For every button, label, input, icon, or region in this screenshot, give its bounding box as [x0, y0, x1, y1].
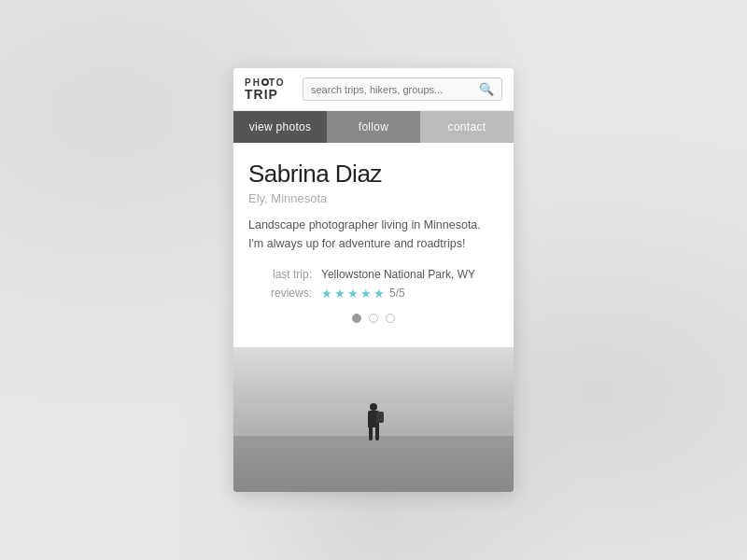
logo: PHTO TRIP — [245, 78, 293, 101]
star-5: ★ — [374, 287, 385, 301]
dot-3[interactable] — [386, 314, 395, 323]
star-4: ★ — [360, 287, 372, 301]
dot-1[interactable] — [352, 314, 361, 323]
dot-2[interactable] — [369, 314, 378, 323]
phone-card: PHTO TRIP 🔍 view photos follow contact S… — [233, 68, 514, 492]
stars: ★ ★ ★ ★ ★ — [321, 287, 385, 301]
star-2: ★ — [334, 287, 345, 301]
star-3: ★ — [347, 287, 359, 301]
photo-ground — [233, 436, 514, 492]
photo-figure — [368, 403, 379, 441]
profile-name: Sabrina Diaz — [248, 160, 499, 189]
logo-trip-text: TRIP — [245, 88, 293, 101]
profile-content: Sabrina Diaz Ely, Minnesota Landscape ph… — [233, 143, 514, 347]
view-photos-button[interactable]: view photos — [233, 111, 327, 143]
profile-bio: Landscape photographer living in Minneso… — [248, 217, 499, 253]
contact-button[interactable]: contact — [420, 111, 514, 143]
header: PHTO TRIP 🔍 — [233, 68, 514, 111]
action-buttons: view photos follow contact — [233, 111, 514, 143]
search-icon: 🔍 — [479, 82, 494, 96]
figure-leg-left — [369, 427, 373, 441]
logo-o-icon — [261, 78, 269, 86]
profile-meta: last trip: Yellowstone National Park, WY… — [248, 268, 499, 301]
figure-legs — [369, 427, 379, 441]
profile-location: Ely, Minnesota — [248, 191, 499, 205]
reviews-label: reviews: — [248, 287, 312, 300]
figure-body — [368, 403, 379, 441]
figure-head — [370, 403, 377, 411]
figure-backpack — [376, 412, 384, 423]
search-input[interactable] — [311, 84, 479, 95]
reviews-row: reviews: ★ ★ ★ ★ ★ 5/5 — [248, 287, 499, 301]
last-trip-value: Yellowstone National Park, WY — [321, 268, 475, 281]
reviews-score: 5/5 — [389, 287, 405, 300]
photo-section — [233, 347, 514, 492]
figure-leg-right — [375, 427, 379, 441]
last-trip-label: last trip: — [248, 268, 312, 281]
follow-button[interactable]: follow — [327, 111, 420, 143]
search-bar[interactable]: 🔍 — [303, 77, 502, 101]
star-1: ★ — [321, 287, 332, 301]
figure-torso — [368, 411, 379, 427]
last-trip-row: last trip: Yellowstone National Park, WY — [248, 268, 499, 281]
pagination-dots — [248, 314, 499, 336]
